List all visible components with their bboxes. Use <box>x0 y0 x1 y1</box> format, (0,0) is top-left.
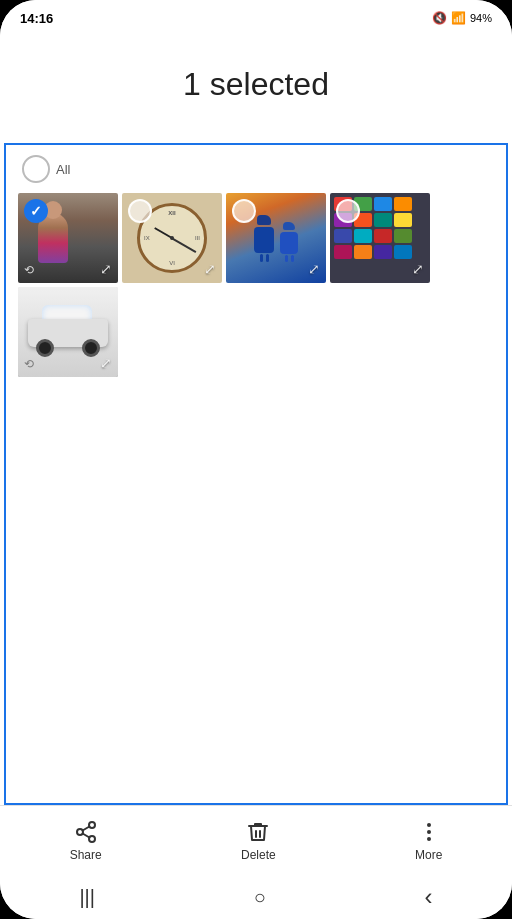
delete-button[interactable]: Delete <box>225 812 292 870</box>
selected-title: 1 selected <box>183 66 329 103</box>
svg-point-5 <box>427 823 431 827</box>
share-button[interactable]: Share <box>54 812 118 870</box>
all-row[interactable]: All <box>6 145 506 189</box>
more-button[interactable]: More <box>399 812 458 870</box>
image-item[interactable]: ✓ ⤢ ⟲ <box>18 193 118 283</box>
overflow-left-5: ⟲ <box>24 357 34 371</box>
image-grid: ✓ ⤢ ⟲ XII VI III IX <box>6 189 506 381</box>
image-item[interactable]: ⤢ <box>330 193 430 283</box>
item-checkbox-4[interactable] <box>336 199 360 223</box>
all-label: All <box>56 162 70 177</box>
status-bar: 14:16 🔇 📶 94% <box>0 0 512 36</box>
item-checkbox-1[interactable]: ✓ <box>24 199 48 223</box>
phone-frame: 14:16 🔇 📶 94% 1 selected All <box>0 0 512 919</box>
expand-icon-1: ⤢ <box>100 261 112 277</box>
share-label: Share <box>70 848 102 862</box>
overflow-left-1: ⟲ <box>24 263 34 277</box>
bottom-toolbar: Share Delete More <box>0 805 512 875</box>
home-icon[interactable]: ○ <box>254 886 266 909</box>
status-icons: 🔇 📶 94% <box>432 11 492 25</box>
share-icon <box>74 820 98 844</box>
wifi-icon: 📶 <box>451 11 466 25</box>
battery-icon: 94% <box>470 12 492 24</box>
svg-line-4 <box>82 826 89 830</box>
more-label: More <box>415 848 442 862</box>
item-checkbox-2[interactable] <box>128 199 152 223</box>
expand-icon-3: ⤢ <box>308 261 320 277</box>
item-checkbox-3[interactable] <box>232 199 256 223</box>
content-area: All ✓ ⤢ ⟲ <box>4 143 508 805</box>
expand-icon-2: ⤢ <box>204 261 216 277</box>
recent-apps-icon[interactable]: ||| <box>79 886 95 909</box>
image-item[interactable]: XII VI III IX ⤢ <box>122 193 222 283</box>
svg-point-7 <box>427 837 431 841</box>
header-area: 1 selected <box>0 36 512 143</box>
image-item[interactable]: ⤢ <box>226 193 326 283</box>
car-shape <box>28 307 108 357</box>
status-time: 14:16 <box>20 11 53 26</box>
all-checkbox[interactable] <box>22 155 50 183</box>
mute-icon: 🔇 <box>432 11 447 25</box>
svg-line-3 <box>82 833 89 837</box>
nav-bar: ||| ○ ‹ <box>0 875 512 919</box>
delete-icon <box>246 820 270 844</box>
svg-point-6 <box>427 830 431 834</box>
delete-label: Delete <box>241 848 276 862</box>
more-icon <box>417 820 441 844</box>
expand-icon-5: ⤢ <box>100 355 112 371</box>
expand-icon-4: ⤢ <box>412 261 424 277</box>
image-item[interactable]: ⤢ ⟲ <box>18 287 118 377</box>
back-icon[interactable]: ‹ <box>425 883 433 911</box>
